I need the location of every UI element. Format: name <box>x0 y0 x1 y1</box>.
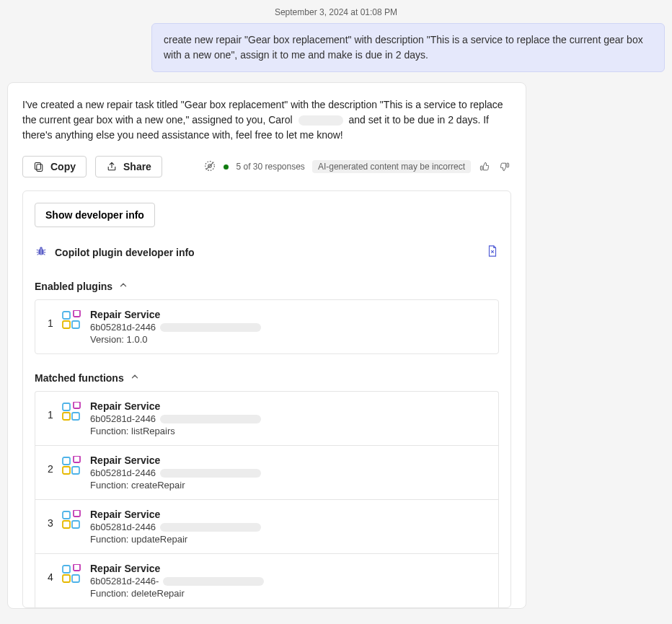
user-message-bubble: create new repair "Gear box replacement"… <box>151 23 665 72</box>
matched-functions-header[interactable]: Matched functions <box>35 372 499 384</box>
row-number: 1 <box>44 309 57 329</box>
redacted-id <box>160 323 261 332</box>
function-name: Function: updateRepair <box>90 534 490 545</box>
plugin-id: 6b05281d-2446 <box>90 413 156 424</box>
enabled-plugins-header[interactable]: Enabled plugins <box>35 280 499 292</box>
function-name: Function: listRepairs <box>90 426 490 436</box>
plugin-app-icon <box>61 402 81 422</box>
function-row: 1 Repair Service 6b05281d-2446 Function:… <box>35 392 498 446</box>
copy-button[interactable]: Copy <box>22 156 87 177</box>
plugin-app-icon <box>61 310 81 330</box>
plugin-name: Repair Service <box>90 454 490 466</box>
row-number: 2 <box>44 454 57 475</box>
plugin-app-icon <box>61 564 81 584</box>
thumbs-down-icon <box>499 161 510 172</box>
redacted-name <box>299 115 343 126</box>
thumbs-up-button[interactable] <box>478 160 491 173</box>
plugin-app-icon <box>61 510 81 530</box>
copy-icon <box>33 161 45 172</box>
share-label: Share <box>123 161 151 172</box>
chevron-up-icon <box>130 372 140 384</box>
timestamp: September 3, 2024 at 01:08 PM <box>7 7 665 17</box>
redacted-id <box>160 523 261 532</box>
plugin-name: Repair Service <box>90 309 490 320</box>
row-number: 3 <box>44 509 57 529</box>
function-row: 3 Repair Service 6b05281d-2446 Function:… <box>35 500 498 554</box>
responses-count: 5 of 30 responses <box>236 162 304 172</box>
response-toolbar: Copy Share 5 of 30 responses AI-generate… <box>22 156 511 177</box>
redacted-id <box>160 415 261 423</box>
matched-functions-label: Matched functions <box>35 372 124 384</box>
plugin-app-icon <box>61 456 81 476</box>
show-developer-info-button[interactable]: Show developer info <box>35 203 155 227</box>
response-text: I've created a new repair task titled "G… <box>22 97 511 143</box>
developer-info-panel: Show developer info Copilot plugin devel… <box>22 190 511 608</box>
enabled-plugins-label: Enabled plugins <box>35 281 112 292</box>
function-name: Function: deleteRepair <box>90 588 490 599</box>
plugin-row: 1 Repair Service 6b05281d-2446 Version: … <box>35 300 498 353</box>
export-doc-icon[interactable] <box>486 245 499 260</box>
mute-icon[interactable] <box>203 159 216 175</box>
plugin-name: Repair Service <box>90 563 490 574</box>
status-row: 5 of 30 responses AI-generated content m… <box>203 159 511 175</box>
plugin-name: Repair Service <box>90 400 490 412</box>
thumbs-down-button[interactable] <box>498 160 511 173</box>
matched-functions-list: 1 Repair Service 6b05281d-2446 Function:… <box>35 391 499 607</box>
function-row: 2 Repair Service 6b05281d-2446 Function:… <box>35 446 498 500</box>
function-row: 4 Repair Service 6b05281d-2446- Function… <box>35 554 498 607</box>
share-icon <box>106 161 118 172</box>
developer-info-title: Copilot plugin developer info <box>55 247 486 258</box>
redacted-id <box>163 577 264 586</box>
assistant-response-card: I've created a new repair task titled "G… <box>7 82 526 609</box>
enabled-plugins-list: 1 Repair Service 6b05281d-2446 Version: … <box>35 299 499 354</box>
thumbs-up-icon <box>479 161 490 172</box>
row-number: 4 <box>44 563 57 583</box>
redacted-id <box>160 469 261 478</box>
plugin-id: 6b05281d-2446 <box>90 522 156 532</box>
plugin-id: 6b05281d-2446 <box>90 322 156 333</box>
plugin-id: 6b05281d-2446 <box>90 467 156 478</box>
copy-label: Copy <box>50 161 76 172</box>
chevron-up-icon <box>118 280 128 292</box>
developer-info-header: Copilot plugin developer info <box>35 245 499 260</box>
ai-disclaimer-badge: AI-generated content may be incorrect <box>312 160 471 173</box>
plugin-version: Version: 1.0.0 <box>90 334 490 345</box>
status-dot-icon <box>224 164 229 170</box>
plugin-id: 6b05281d-2446- <box>90 576 159 586</box>
plugin-name: Repair Service <box>90 509 490 520</box>
function-name: Function: createRepair <box>90 480 490 491</box>
share-button[interactable]: Share <box>95 156 162 177</box>
row-number: 1 <box>44 400 57 421</box>
bug-icon <box>35 245 48 260</box>
